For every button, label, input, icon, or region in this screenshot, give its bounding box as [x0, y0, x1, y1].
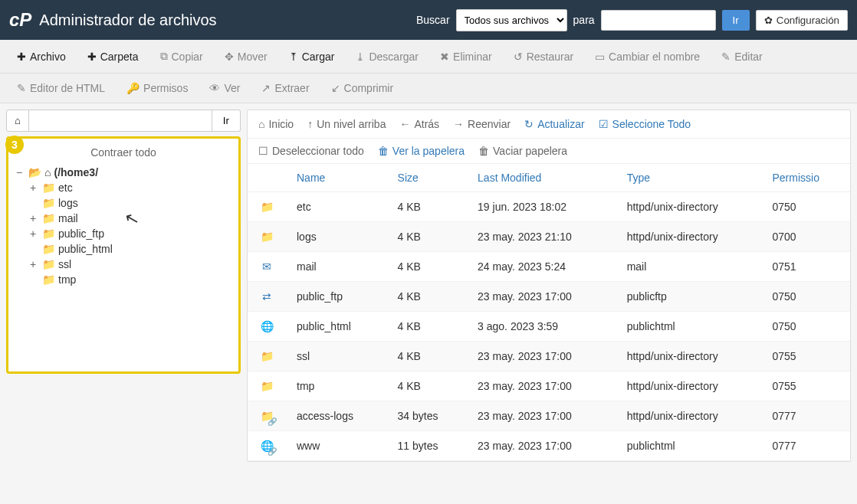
file-button[interactable]: ✚Archivo: [8, 44, 75, 68]
move-button[interactable]: ✥Mover: [215, 44, 277, 68]
cell-perm: 0750: [761, 312, 850, 342]
right-pane: ⌂Inicio ↑Un nivel arriba ←Atrás →Reenvia…: [247, 110, 851, 462]
path-bar: ⌂ Ir: [6, 110, 241, 132]
path-go-button[interactable]: Ir: [212, 110, 241, 132]
table-row[interactable]: 📁ssl4 KB23 may. 2023 17:00httpd/unix-dir…: [248, 342, 850, 371]
tree-item-label: public_html: [58, 243, 113, 255]
nav-emptytrash-button[interactable]: 🗑Vaciar papelera: [478, 145, 567, 157]
html-editor-button[interactable]: ✎Editor de HTML: [8, 77, 114, 100]
tree-item[interactable]: 📁logs: [16, 195, 234, 211]
cell-size: 4 KB: [387, 282, 467, 312]
folder-button[interactable]: ✚Carpeta: [78, 44, 148, 68]
cell-modified: 23 may. 2023 17:00: [467, 371, 616, 401]
tree-item-label: tmp: [58, 273, 76, 286]
extract-button[interactable]: ↗Extraer: [252, 77, 318, 100]
rename-button[interactable]: ▭Cambiar el nombre: [586, 44, 709, 68]
col-name[interactable]: Name: [286, 164, 387, 192]
col-type[interactable]: Type: [616, 164, 762, 192]
delete-icon: ✖: [440, 51, 449, 63]
cell-name: etc: [286, 192, 387, 222]
cell-type: httpd/unix-directory: [616, 371, 762, 401]
nav-up-label: Un nivel arriba: [317, 118, 386, 130]
copy-label: Copiar: [172, 51, 203, 63]
search-go-button[interactable]: Ir: [722, 10, 750, 31]
col-modified[interactable]: Last Modified: [467, 164, 616, 192]
back-icon: ←: [399, 118, 410, 130]
cell-size: 4 KB: [387, 222, 467, 252]
folder-link-icon: 📁🔗: [258, 407, 275, 424]
edit-button[interactable]: ✎Editar: [712, 44, 772, 68]
folder-open-icon: 📂: [28, 166, 41, 178]
copy-button[interactable]: ⧉Copiar: [151, 44, 212, 68]
tree-root-label: (/home3/: [54, 166, 98, 178]
compress-button[interactable]: ↙Comprimir: [322, 77, 403, 100]
table-row[interactable]: 📁🔗access-logs34 bytes23 may. 2023 17:00h…: [248, 401, 850, 431]
expand-icon[interactable]: +: [30, 182, 39, 194]
search-input[interactable]: [601, 10, 716, 31]
upload-button[interactable]: ⤒Cargar: [280, 44, 344, 68]
eye-icon: 👁: [209, 82, 220, 94]
nav-back-button[interactable]: ←Atrás: [399, 118, 439, 130]
search-scope-select[interactable]: Todos sus archivos: [456, 9, 567, 31]
config-button[interactable]: ✿ Configuración: [756, 10, 848, 31]
col-perm[interactable]: Permissio: [761, 164, 850, 192]
cell-name: access-logs: [286, 401, 387, 431]
collapse-all-link[interactable]: Contraer todo: [13, 143, 234, 165]
tree-item[interactable]: 📁public_html: [16, 241, 234, 257]
nav-select-all-button[interactable]: ☑Seleccione Todo: [599, 118, 691, 130]
compress-label: Comprimir: [344, 82, 394, 94]
config-label: Configuración: [777, 15, 839, 26]
col-size[interactable]: Size: [387, 164, 467, 192]
tree-item[interactable]: +📁etc: [16, 180, 234, 195]
table-row[interactable]: ⇄public_ftp4 KB23 may. 2023 17:00publicf…: [248, 282, 850, 312]
gear-icon: ✿: [764, 15, 773, 26]
tree-item[interactable]: +📁public_ftp: [16, 226, 234, 241]
up-icon: ↑: [307, 118, 313, 130]
table-row[interactable]: 🌐🔗www11 bytes23 may. 2023 17:00publichtm…: [248, 431, 850, 461]
tree-item[interactable]: 📁tmp: [16, 272, 234, 287]
nav-forward-button[interactable]: →Reenviar: [453, 118, 511, 130]
table-row[interactable]: ✉mail4 KB24 may. 2023 5:24mail0751: [248, 252, 850, 282]
folder-label: Carpeta: [100, 51, 139, 63]
extract-label: Extraer: [274, 82, 309, 94]
delete-button[interactable]: ✖Eliminar: [431, 44, 501, 68]
table-row[interactable]: 📁tmp4 KB23 may. 2023 17:00httpd/unix-dir…: [248, 371, 850, 401]
app-title-wrap: cP Administrador de archivos: [9, 9, 217, 31]
tree-root[interactable]: − 📂 ⌂ (/home3/: [16, 165, 234, 180]
table-row[interactable]: 📁etc4 KB19 jun. 2023 18:02httpd/unix-dir…: [248, 192, 850, 222]
move-label: Mover: [238, 51, 268, 63]
path-home-button[interactable]: ⌂: [6, 110, 29, 132]
nav-up-button[interactable]: ↑Un nivel arriba: [307, 118, 386, 130]
cell-icon: 📁: [248, 192, 286, 222]
restore-button[interactable]: ↺Restaurar: [504, 44, 583, 68]
table-row[interactable]: 📁logs4 KB23 may. 2023 21:10httpd/unix-di…: [248, 222, 850, 252]
view-button[interactable]: 👁Ver: [200, 77, 249, 100]
cell-type: publichtml: [616, 431, 762, 461]
cell-perm: 0755: [761, 371, 850, 401]
cell-name: www: [286, 431, 387, 461]
nav-home-button[interactable]: ⌂Inicio: [258, 118, 294, 130]
file-table: Name Size Last Modified Type Permissio 📁…: [248, 164, 850, 461]
expand-icon[interactable]: +: [30, 227, 39, 240]
table-row[interactable]: 🌐public_html4 KB3 ago. 2023 3:59publicht…: [248, 312, 850, 342]
view-label: Ver: [224, 82, 240, 94]
restore-icon: ↺: [514, 51, 523, 63]
cell-type: mail: [616, 252, 762, 282]
path-input[interactable]: [29, 110, 212, 132]
nav-viewtrash-label: Ver la papelera: [392, 145, 465, 157]
app-title: Administrador de archivos: [39, 11, 216, 29]
expand-icon[interactable]: +: [30, 258, 39, 270]
cell-icon: 📁🔗: [248, 401, 286, 431]
nav-viewtrash-button[interactable]: 🗑Ver la papelera: [378, 145, 465, 157]
collapse-icon[interactable]: −: [16, 166, 25, 178]
download-button[interactable]: ⤓Descargar: [346, 44, 428, 68]
nav-deselect-button[interactable]: ☐Deseleccionar todo: [258, 145, 364, 157]
cell-type: httpd/unix-directory: [616, 192, 762, 222]
cell-perm: 0777: [761, 401, 850, 431]
extract-icon: ↗: [261, 82, 271, 94]
download-label: Descargar: [369, 51, 419, 63]
nav-reload-button[interactable]: ↻Actualizar: [524, 118, 584, 130]
permissions-button[interactable]: 🔑Permisos: [117, 77, 197, 100]
tree-item[interactable]: +📁ssl: [16, 257, 234, 272]
expand-icon[interactable]: +: [30, 212, 39, 224]
